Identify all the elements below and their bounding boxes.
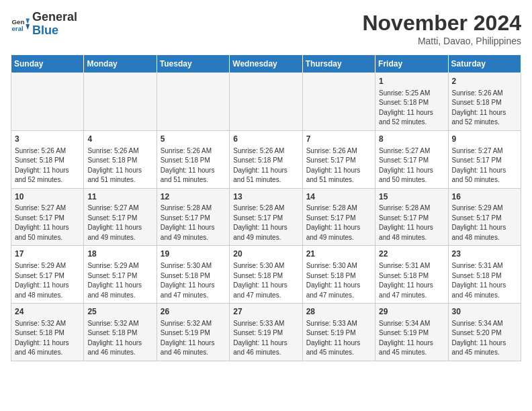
logo-text: General Blue (32, 11, 77, 38)
calendar-cell: 18Sunrise: 5:29 AM Sunset: 5:17 PM Dayli… (84, 246, 157, 304)
day-number: 27 (233, 306, 298, 318)
calendar-cell: 5Sunrise: 5:26 AM Sunset: 5:18 PM Daylig… (157, 130, 229, 188)
header-day-saturday: Saturday (448, 55, 521, 73)
calendar-cell (11, 73, 84, 131)
svg-marker-3 (26, 24, 30, 30)
day-info: Sunrise: 5:28 AM Sunset: 5:17 PM Dayligh… (379, 203, 444, 242)
location: Matti, Davao, Philippines (362, 36, 521, 46)
day-info: Sunrise: 5:27 AM Sunset: 5:17 PM Dayligh… (15, 203, 80, 242)
title-block: November 2024 Matti, Davao, Philippines (362, 11, 521, 46)
page-header: Gen eral General Blue November 2024 Matt… (11, 11, 521, 46)
day-number: 6 (233, 134, 298, 145)
day-info: Sunrise: 5:31 AM Sunset: 5:18 PM Dayligh… (379, 261, 444, 300)
calendar-cell: 4Sunrise: 5:26 AM Sunset: 5:18 PM Daylig… (84, 130, 157, 188)
calendar-cell (157, 73, 229, 131)
day-info: Sunrise: 5:26 AM Sunset: 5:18 PM Dayligh… (87, 146, 152, 185)
day-info: Sunrise: 5:28 AM Sunset: 5:17 PM Dayligh… (233, 203, 298, 242)
day-number: 3 (15, 134, 80, 145)
day-number: 7 (306, 134, 371, 145)
day-info: Sunrise: 5:33 AM Sunset: 5:19 PM Dayligh… (233, 319, 298, 358)
calendar-cell: 24Sunrise: 5:32 AM Sunset: 5:18 PM Dayli… (11, 304, 84, 361)
day-info: Sunrise: 5:26 AM Sunset: 5:17 PM Dayligh… (306, 146, 371, 185)
day-info: Sunrise: 5:30 AM Sunset: 5:18 PM Dayligh… (161, 261, 226, 300)
day-number: 26 (161, 306, 226, 318)
calendar-body: 1Sunrise: 5:25 AM Sunset: 5:18 PM Daylig… (11, 73, 521, 361)
day-info: Sunrise: 5:29 AM Sunset: 5:17 PM Dayligh… (15, 261, 80, 300)
calendar-table: SundayMondayTuesdayWednesdayThursdayFrid… (11, 54, 521, 361)
day-number: 15 (379, 191, 444, 203)
logo-icon: Gen eral (11, 15, 30, 34)
day-info: Sunrise: 5:31 AM Sunset: 5:18 PM Dayligh… (452, 261, 517, 300)
day-number: 11 (87, 191, 152, 203)
calendar-cell: 10Sunrise: 5:27 AM Sunset: 5:17 PM Dayli… (11, 188, 84, 246)
day-number: 4 (87, 134, 152, 145)
calendar-cell: 30Sunrise: 5:34 AM Sunset: 5:20 PM Dayli… (448, 304, 521, 361)
calendar-cell: 7Sunrise: 5:26 AM Sunset: 5:17 PM Daylig… (302, 130, 375, 188)
calendar-cell: 17Sunrise: 5:29 AM Sunset: 5:17 PM Dayli… (11, 246, 84, 304)
day-number: 30 (452, 306, 517, 318)
calendar-cell: 2Sunrise: 5:26 AM Sunset: 5:18 PM Daylig… (448, 73, 521, 131)
week-row-2: 10Sunrise: 5:27 AM Sunset: 5:17 PM Dayli… (11, 188, 521, 246)
day-info: Sunrise: 5:34 AM Sunset: 5:19 PM Dayligh… (379, 319, 444, 358)
calendar-cell (230, 73, 302, 131)
header-day-friday: Friday (375, 55, 448, 73)
week-row-0: 1Sunrise: 5:25 AM Sunset: 5:18 PM Daylig… (11, 73, 521, 131)
calendar-cell: 27Sunrise: 5:33 AM Sunset: 5:19 PM Dayli… (230, 304, 302, 361)
calendar-cell: 1Sunrise: 5:25 AM Sunset: 5:18 PM Daylig… (375, 73, 448, 131)
calendar-cell: 20Sunrise: 5:30 AM Sunset: 5:18 PM Dayli… (230, 246, 302, 304)
week-row-1: 3Sunrise: 5:26 AM Sunset: 5:18 PM Daylig… (11, 130, 521, 188)
calendar-cell: 29Sunrise: 5:34 AM Sunset: 5:19 PM Dayli… (375, 304, 448, 361)
calendar-cell (302, 73, 375, 131)
day-number: 10 (15, 191, 80, 203)
day-number: 19 (161, 248, 226, 260)
day-info: Sunrise: 5:26 AM Sunset: 5:18 PM Dayligh… (233, 146, 298, 185)
calendar-cell: 16Sunrise: 5:29 AM Sunset: 5:17 PM Dayli… (448, 188, 521, 246)
header-day-monday: Monday (84, 55, 157, 73)
day-info: Sunrise: 5:29 AM Sunset: 5:17 PM Dayligh… (452, 203, 517, 242)
header-day-sunday: Sunday (11, 55, 84, 73)
header-day-tuesday: Tuesday (157, 55, 229, 73)
calendar-cell: 12Sunrise: 5:28 AM Sunset: 5:17 PM Dayli… (157, 188, 229, 246)
day-info: Sunrise: 5:34 AM Sunset: 5:20 PM Dayligh… (452, 319, 517, 358)
day-number: 8 (379, 134, 444, 145)
day-number: 16 (452, 191, 517, 203)
day-number: 1 (379, 76, 444, 87)
calendar-cell: 8Sunrise: 5:27 AM Sunset: 5:17 PM Daylig… (375, 130, 448, 188)
calendar-cell: 6Sunrise: 5:26 AM Sunset: 5:18 PM Daylig… (230, 130, 302, 188)
header-day-wednesday: Wednesday (230, 55, 302, 73)
day-number: 29 (379, 306, 444, 318)
day-info: Sunrise: 5:32 AM Sunset: 5:19 PM Dayligh… (161, 319, 226, 358)
calendar-cell: 13Sunrise: 5:28 AM Sunset: 5:17 PM Dayli… (230, 188, 302, 246)
week-row-4: 24Sunrise: 5:32 AM Sunset: 5:18 PM Dayli… (11, 304, 521, 361)
calendar-cell: 26Sunrise: 5:32 AM Sunset: 5:19 PM Dayli… (157, 304, 229, 361)
day-number: 24 (15, 306, 80, 318)
svg-marker-2 (26, 18, 30, 24)
day-info: Sunrise: 5:25 AM Sunset: 5:18 PM Dayligh… (379, 89, 444, 128)
day-info: Sunrise: 5:26 AM Sunset: 5:18 PM Dayligh… (161, 146, 226, 185)
day-info: Sunrise: 5:30 AM Sunset: 5:18 PM Dayligh… (233, 261, 298, 300)
day-info: Sunrise: 5:33 AM Sunset: 5:19 PM Dayligh… (306, 319, 371, 358)
calendar-cell: 21Sunrise: 5:30 AM Sunset: 5:18 PM Dayli… (302, 246, 375, 304)
day-info: Sunrise: 5:26 AM Sunset: 5:18 PM Dayligh… (15, 146, 80, 185)
day-number: 21 (306, 248, 371, 260)
calendar-cell: 3Sunrise: 5:26 AM Sunset: 5:18 PM Daylig… (11, 130, 84, 188)
day-number: 13 (233, 191, 298, 203)
day-info: Sunrise: 5:27 AM Sunset: 5:17 PM Dayligh… (379, 146, 444, 185)
day-info: Sunrise: 5:28 AM Sunset: 5:17 PM Dayligh… (306, 203, 371, 242)
day-info: Sunrise: 5:29 AM Sunset: 5:17 PM Dayligh… (87, 261, 152, 300)
calendar-cell: 25Sunrise: 5:32 AM Sunset: 5:18 PM Dayli… (84, 304, 157, 361)
calendar-cell: 23Sunrise: 5:31 AM Sunset: 5:18 PM Dayli… (448, 246, 521, 304)
day-info: Sunrise: 5:27 AM Sunset: 5:17 PM Dayligh… (87, 203, 152, 242)
header-day-thursday: Thursday (302, 55, 375, 73)
calendar-cell: 19Sunrise: 5:30 AM Sunset: 5:18 PM Dayli… (157, 246, 229, 304)
day-number: 23 (452, 248, 517, 260)
day-info: Sunrise: 5:30 AM Sunset: 5:18 PM Dayligh… (306, 261, 371, 300)
day-info: Sunrise: 5:28 AM Sunset: 5:17 PM Dayligh… (161, 203, 226, 242)
day-info: Sunrise: 5:26 AM Sunset: 5:18 PM Dayligh… (452, 89, 517, 128)
day-number: 5 (161, 134, 226, 145)
calendar-cell: 11Sunrise: 5:27 AM Sunset: 5:17 PM Dayli… (84, 188, 157, 246)
day-number: 14 (306, 191, 371, 203)
week-row-3: 17Sunrise: 5:29 AM Sunset: 5:17 PM Dayli… (11, 246, 521, 304)
calendar-cell: 9Sunrise: 5:27 AM Sunset: 5:17 PM Daylig… (448, 130, 521, 188)
day-number: 18 (87, 248, 152, 260)
